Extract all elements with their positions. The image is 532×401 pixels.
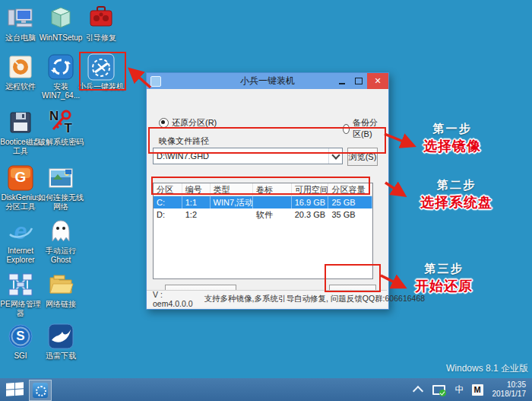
taskbar-app-xiaobing[interactable] <box>29 380 52 401</box>
desktop-icon-sgi[interactable]: S SGI <box>0 323 43 361</box>
system-tray: 中 M 10:35 2018/1/17 <box>414 378 532 401</box>
status-text: 支持多种镜像,多系统引导自动修复, 问题反馈QQ群:606616468 <box>199 294 426 304</box>
table-header-row: 分区 编号 类型 卷标 可用空间 分区容量 <box>154 183 372 196</box>
annotation-step2: 第二步 选择系统盘 <box>401 178 511 212</box>
cell-free-space: 16.9 GB <box>292 196 329 208</box>
backup-partition-label: 备份分区(B) <box>353 117 381 140</box>
ime-mode-indicator[interactable]: M <box>472 384 483 396</box>
remote-software-icon <box>7 53 34 81</box>
desktop-icon-label: 迅雷下载 <box>38 352 84 361</box>
windows-logo-icon <box>15 389 24 396</box>
taskbar: 中 M 10:35 2018/1/17 <box>0 378 532 401</box>
restore-partition-radio[interactable]: 还原分区(R) <box>159 117 217 129</box>
windows-logo-icon <box>6 383 14 390</box>
cell-number: 1:1 <box>182 196 211 208</box>
desktop-icon-label: Internet Explorer <box>0 247 43 265</box>
image-path-combobox[interactable]: D:\WIN7.GHD <box>153 148 343 164</box>
cell-partition: D: <box>154 208 182 221</box>
table-row-c-selected[interactable]: C: 1:1 WIN7,活动 16.9 GB 25 GB <box>154 196 372 208</box>
network-status-icon[interactable] <box>432 385 445 395</box>
cell-type: WIN7,活动 <box>211 196 254 208</box>
desktop-icon-label: PE网络管理器 <box>0 300 43 318</box>
step2-subtitle: 选择系统盘 <box>401 193 511 212</box>
desktop-icon-label: 这台电脑 <box>0 33 43 43</box>
col-header: 分区 <box>154 183 182 196</box>
desktop-icon-network-links[interactable]: 网络链接 <box>38 271 84 309</box>
desktop-icon-label: 破解系统密码 <box>38 138 84 147</box>
desktop-icon-this-pc[interactable]: 这台电脑 <box>0 5 43 43</box>
desktop-icon-diskgenius[interactable]: G DiskGenius 分区工具 <box>0 164 43 212</box>
desktop: 这台电脑 WinNTSetup 引导修复 远程软件 安装 WIN7_64... … <box>0 0 532 401</box>
annotation-step3: 第三步 开始还原 <box>398 262 489 295</box>
radio-selected-icon <box>159 118 169 128</box>
partition-table: 分区 编号 类型 卷标 可用空间 分区容量 C: 1:1 WIN7,活动 16.… <box>153 183 373 279</box>
desktop-icon-wireless-help[interactable]: 如何连接无线 网络 <box>38 164 84 212</box>
image-path-label: 映像文件路径 <box>159 135 209 147</box>
table-row-d[interactable]: D: 1:2 软件 20.3 GB 35 GB <box>154 208 372 221</box>
desktop-icon-bootice[interactable]: Bootice磁盘 工具 <box>0 109 43 156</box>
cell-type <box>211 208 254 221</box>
clock-time: 10:35 <box>492 380 527 390</box>
network-ok-check-icon <box>439 390 446 396</box>
folder-icon <box>47 271 74 298</box>
step2-title: 第二步 <box>401 178 511 193</box>
photo-icon <box>47 164 74 192</box>
start-button[interactable] <box>6 382 24 397</box>
close-icon: ✕ <box>374 76 381 86</box>
show-hidden-icons-chevron[interactable] <box>412 386 423 396</box>
xiaobing-app-icon <box>87 53 115 81</box>
windows-logo-icon <box>6 390 14 396</box>
cell-capacity: 35 GB <box>328 208 372 221</box>
cell-volume-label <box>253 196 292 208</box>
desktop-icon-label: 安装 WIN7_64... <box>38 82 84 100</box>
desktop-icon-label: 小兵一键装机 <box>78 82 124 91</box>
cell-volume-label: 软件 <box>253 208 292 221</box>
desktop-icon-install-win7[interactable]: 安装 WIN7_64... <box>38 53 84 100</box>
taskbar-clock[interactable]: 10:35 2018/1/17 <box>492 380 527 399</box>
ghost-icon <box>47 218 74 245</box>
ie-icon: e <box>7 218 34 245</box>
dialog-statusbar: V : oem4.0.0.0 支持多种镜像,多系统引导自动修复, 问题反馈QQ群… <box>147 290 387 307</box>
cell-partition: C: <box>154 196 182 208</box>
package-box-icon <box>47 5 74 32</box>
computer-icon <box>7 5 34 32</box>
desktop-icon-label: 远程软件 <box>0 82 43 91</box>
col-header: 卷标 <box>253 183 292 196</box>
nt-key-icon: N T <box>47 109 74 136</box>
xiaobing-app-icon-small <box>33 383 48 398</box>
dialog-titlebar[interactable]: 小兵一键装机 ✕ <box>147 73 388 89</box>
install-gear-icon <box>47 53 74 81</box>
image-path-value: D:\WIN7.GHD <box>154 151 328 161</box>
desktop-icon-label: 引导修复 <box>78 33 124 43</box>
dialog-client-area: 还原分区(R) 备份分区(B) 映像文件路径 D:\WIN7.GHD 浏览(S)… <box>147 89 387 307</box>
desktop-icon-pe-network-manager[interactable]: PE网络管理器 <box>0 271 43 318</box>
annotation-step1: 第一步 选择镜像 <box>407 122 498 155</box>
desktop-icon-winntsetup[interactable]: WinNTSetup <box>38 5 84 43</box>
close-button[interactable]: ✕ <box>367 73 388 89</box>
minimize-button[interactable] <box>334 73 350 89</box>
desktop-icon-remote-software[interactable]: 远程软件 <box>0 53 43 91</box>
cell-number: 1:2 <box>182 208 211 221</box>
ime-language-indicator[interactable]: 中 <box>455 383 464 396</box>
windows-version-watermark: Windows 8.1 企业版 <box>446 362 528 375</box>
version-text: V : oem4.0.0.0 <box>147 290 199 308</box>
col-header: 可用空间 <box>292 183 329 196</box>
windows-logo-icon <box>15 382 24 389</box>
maximize-icon <box>355 78 363 84</box>
browse-button[interactable]: 浏览(S) <box>347 148 378 166</box>
maximize-button[interactable] <box>350 73 367 89</box>
desktop-icon-label: Bootice磁盘 工具 <box>0 138 43 156</box>
col-header: 编号 <box>182 183 211 196</box>
desktop-icon-internet-explorer[interactable]: e Internet Explorer <box>0 218 43 265</box>
desktop-icon-ghost[interactable]: 手动运行 Ghost <box>38 218 84 265</box>
desktop-icon-thunder-download[interactable]: 迅雷下载 <box>38 323 84 361</box>
combo-dropdown-button[interactable] <box>328 148 342 164</box>
desktop-icon-xiaobing-installer[interactable]: 小兵一键装机 <box>78 53 124 91</box>
radio-unselected-icon <box>343 124 350 134</box>
step1-title: 第一步 <box>407 122 498 136</box>
step3-title: 第三步 <box>398 262 489 276</box>
backup-partition-radio[interactable]: 备份分区(B) <box>343 117 381 140</box>
desktop-icon-crack-password[interactable]: N T 破解系统密码 <box>38 109 84 147</box>
desktop-icon-boot-repair[interactable]: 引导修复 <box>78 5 124 43</box>
desktop-icon-label: 网络链接 <box>38 300 84 309</box>
